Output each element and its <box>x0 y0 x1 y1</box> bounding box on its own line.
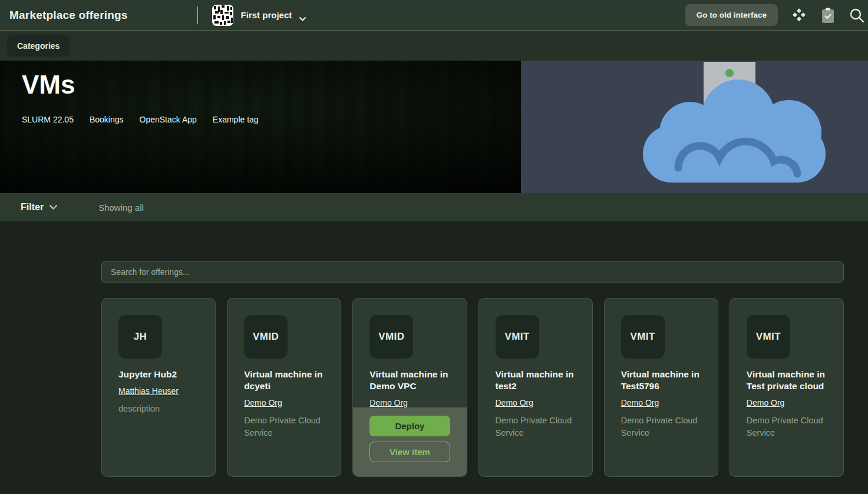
offering-title[interactable]: Jupyter Hub2 <box>118 369 199 380</box>
search-icon[interactable] <box>849 8 864 23</box>
offering-service: Demo Private Cloud Service <box>496 415 576 439</box>
offering-title[interactable]: Virtual machine in test2 <box>496 369 576 392</box>
offering-org-link[interactable]: Matthias Heuser <box>118 386 179 396</box>
categories-bar: Categories <box>0 31 868 61</box>
offering-service: Demo Private Cloud Service <box>621 415 701 439</box>
go-to-old-interface-button[interactable]: Go to old interface <box>685 4 778 26</box>
category-tag[interactable]: OpenStack App <box>140 115 197 124</box>
project-name: First project <box>241 10 292 20</box>
showing-all-status: Showing all <box>98 203 144 213</box>
project-selector[interactable]: First project <box>212 5 306 26</box>
cloud-server-illustration <box>637 62 831 184</box>
offering-initials: VMID <box>253 331 279 343</box>
offering-logo: VMIT <box>621 315 665 359</box>
view-item-button[interactable]: View item <box>369 442 450 462</box>
filter-bar: Filter Showing all <box>0 193 868 221</box>
offering-service: Demo Private Cloud Service <box>244 415 324 439</box>
clipboard-check-icon[interactable] <box>820 8 836 23</box>
top-header: Marketplace offerings First project <box>0 0 868 31</box>
category-hero: VMs SLURM 22.05BookingsOpenStack AppExam… <box>0 61 868 193</box>
offering-logo: JH <box>118 315 162 359</box>
offering-initials: VMID <box>378 331 404 343</box>
offering-initials: VMIT <box>631 331 655 343</box>
filter-dropdown[interactable]: Filter <box>21 202 57 213</box>
offering-hover-overlay: DeployView item <box>353 407 466 476</box>
offering-card[interactable]: VMIT Virtual machine in test2 Demo Org D… <box>478 298 593 477</box>
offering-service: description <box>118 403 199 415</box>
offering-service: Demo Private Cloud Service <box>747 415 827 439</box>
offering-card[interactable]: JH Jupyter Hub2 Matthias Heuser descript… <box>101 298 216 477</box>
chevron-down-icon <box>49 205 57 210</box>
offerings-grid: JH Jupyter Hub2 Matthias Heuser descript… <box>101 298 844 477</box>
offering-logo: VMID <box>244 315 288 359</box>
offering-initials: JH <box>134 331 147 343</box>
chevron-down-icon <box>299 13 306 17</box>
offering-title[interactable]: Virtual machine in Demo VPC <box>369 369 450 392</box>
offering-card[interactable]: VMID Virtual machine in dcyeti Demo Org … <box>227 298 341 477</box>
offering-org-link[interactable]: Demo Org <box>244 398 282 407</box>
offering-initials: VMIT <box>504 331 529 343</box>
apps-diamond-icon[interactable] <box>791 8 807 23</box>
category-tag[interactable]: Bookings <box>90 115 124 124</box>
offering-card[interactable]: VMID Virtual machine in Demo VPC Demo Or… <box>352 298 467 477</box>
offering-org-link[interactable]: Demo Org <box>747 398 785 407</box>
category-tags: SLURM 22.05BookingsOpenStack AppExample … <box>22 115 259 124</box>
offering-title[interactable]: Virtual machine in dcyeti <box>244 369 324 392</box>
offering-title[interactable]: Virtual machine in Test private cloud <box>747 369 827 392</box>
offering-title[interactable]: Virtual machine in Test5796 <box>621 369 701 392</box>
header-divider <box>197 6 198 24</box>
offering-logo: VMIT <box>496 315 539 359</box>
deploy-button[interactable]: Deploy <box>369 416 450 436</box>
category-tag[interactable]: Example tag <box>213 115 259 124</box>
offering-org-link[interactable]: Demo Org <box>496 398 534 407</box>
offering-logo: VMIT <box>747 315 790 359</box>
categories-button[interactable]: Categories <box>7 35 70 57</box>
page-title: Marketplace offerings <box>9 9 128 22</box>
offering-initials: VMIT <box>756 331 781 343</box>
hero-illustration-panel <box>521 61 868 193</box>
project-identicon-icon <box>212 5 233 26</box>
offerings-section: JH Jupyter Hub2 Matthias Heuser descript… <box>0 221 868 477</box>
offering-org-link[interactable]: Demo Org <box>621 398 659 407</box>
category-tag[interactable]: SLURM 22.05 <box>22 115 74 124</box>
offering-org-link[interactable]: Demo Org <box>369 398 408 407</box>
offering-card[interactable]: VMIT Virtual machine in Test5796 Demo Or… <box>604 298 718 477</box>
offering-logo: VMID <box>369 315 413 359</box>
search-offerings-input[interactable] <box>101 261 844 283</box>
filter-label: Filter <box>21 202 44 213</box>
category-title: VMs <box>22 70 259 100</box>
offering-card[interactable]: VMIT Virtual machine in Test private clo… <box>730 298 844 477</box>
